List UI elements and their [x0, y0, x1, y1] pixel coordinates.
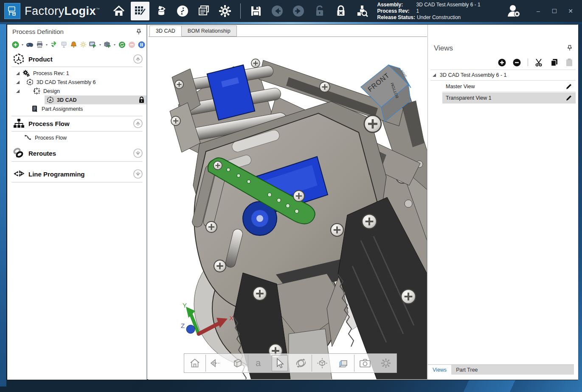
- section-line-programming[interactable]: Line Programming: [7, 167, 147, 181]
- print-caret-icon[interactable]: ▾: [46, 43, 48, 47]
- home-view-button[interactable]: [184, 354, 205, 372]
- tab-bom-relationship[interactable]: BOM Relationship: [181, 25, 237, 36]
- package-caret-icon[interactable]: ▾: [114, 43, 115, 47]
- back-button[interactable]: [268, 2, 287, 20]
- forward-button[interactable]: [289, 2, 308, 20]
- orbit-icon: [295, 357, 307, 369]
- unlock-icon: [314, 5, 326, 17]
- views-root-label: 3D CAD Test Assembly 6 - 1: [440, 72, 506, 78]
- edit-pencil-icon[interactable]: [565, 83, 572, 90]
- expander-icon[interactable]: [432, 73, 436, 77]
- copy-icon: [550, 58, 559, 67]
- tree-item-process-flow[interactable]: Process Flow: [24, 133, 67, 142]
- alerts-icon[interactable]: [70, 41, 77, 48]
- settings-dim-icon[interactable]: [79, 41, 87, 48]
- home-button[interactable]: [110, 2, 128, 20]
- save-button[interactable]: [247, 2, 265, 20]
- collapse-up-icon[interactable]: [133, 54, 143, 64]
- tab-views[interactable]: Views: [428, 365, 451, 375]
- find-icon[interactable]: [26, 41, 34, 48]
- settings-button[interactable]: [216, 2, 234, 20]
- collapse-up-icon[interactable]: [133, 118, 143, 129]
- unlock-button[interactable]: [310, 2, 329, 20]
- cut-icon: [535, 59, 543, 67]
- expand-down-icon[interactable]: [133, 148, 143, 158]
- analyze-button[interactable]: [353, 2, 371, 20]
- view-row-transparent[interactable]: Transparent View 1: [442, 92, 576, 104]
- copy-button[interactable]: [550, 58, 559, 67]
- expander-icon[interactable]: [16, 71, 20, 76]
- tree-item-part-assignments[interactable]: Part Assignments: [31, 104, 83, 113]
- reroutes-icon: [12, 147, 25, 159]
- tab-label: Part Tree: [456, 367, 478, 373]
- package-icon[interactable]: [104, 41, 111, 48]
- expander-icon[interactable]: [16, 89, 20, 93]
- tab-part-tree[interactable]: Part Tree: [451, 365, 482, 375]
- tab-3d-cad[interactable]: 3D CAD: [149, 25, 182, 36]
- pin-icon[interactable]: [136, 29, 141, 35]
- exchange-button[interactable]: [173, 2, 192, 20]
- print-icon[interactable]: [36, 41, 43, 48]
- feeder-icon: [155, 5, 168, 17]
- process-design-button[interactable]: [131, 2, 149, 20]
- lock-x-icon: [335, 5, 347, 17]
- brand-light: Factory: [25, 5, 65, 17]
- refresh-icon[interactable]: [118, 41, 126, 48]
- back-icon: [270, 4, 284, 18]
- paste-button[interactable]: [565, 58, 573, 67]
- add-caret-icon[interactable]: ▾: [22, 43, 23, 47]
- orbit-button[interactable]: [290, 354, 312, 372]
- close-button[interactable]: ✕: [563, 5, 578, 17]
- sync-parts-icon[interactable]: [50, 41, 58, 48]
- viewport-settings-button[interactable]: [375, 354, 396, 372]
- line-programming-icon: [12, 168, 25, 180]
- section-process-flow[interactable]: Process Flow: [7, 116, 147, 131]
- reports-button[interactable]: [194, 2, 213, 20]
- section-reroutes[interactable]: Reroutes: [7, 146, 147, 160]
- user-logout-button[interactable]: [505, 2, 523, 20]
- tree-item-label: Part Assignments: [42, 106, 83, 112]
- minimize-button[interactable]: –: [531, 5, 545, 17]
- labels-button[interactable]: a: [248, 354, 270, 372]
- deploy-icon[interactable]: [89, 41, 97, 48]
- flow-path-icon: [24, 134, 32, 142]
- sign-icon[interactable]: [60, 41, 67, 48]
- tree-item-3d-cad[interactable]: 3D CAD: [45, 95, 146, 104]
- snapshot-button[interactable]: [354, 354, 376, 372]
- document-tabs: 3D CAD BOM Relationship: [149, 25, 236, 36]
- views-tree-root[interactable]: 3D CAD Test Assembly 6 - 1: [430, 70, 576, 81]
- expander-icon[interactable]: [16, 80, 20, 84]
- maximize-button[interactable]: ☐: [547, 5, 562, 17]
- add-view-button[interactable]: [498, 59, 506, 67]
- explode-button[interactable]: [312, 354, 333, 372]
- select-cursor-button[interactable]: [269, 354, 290, 372]
- divider: [11, 182, 142, 182]
- lock-cancel-button[interactable]: [332, 2, 350, 20]
- process-definition-panel: Process Definition ▾ ▾ ▾ ▾ Product: [7, 25, 147, 380]
- view-direction-button[interactable]: [206, 354, 227, 372]
- deploy-caret-icon[interactable]: ▾: [99, 43, 101, 47]
- tree-item-label: 3D CAD Test Assembly 6: [37, 79, 96, 85]
- section-button[interactable]: [333, 354, 354, 372]
- user-icon: [506, 4, 522, 18]
- tree-item-process-rev[interactable]: Process Rev: 1: [16, 69, 69, 78]
- add-icon[interactable]: [11, 41, 19, 48]
- panel-toolbar: ▾ ▾ ▾ ▾: [11, 40, 145, 49]
- expand-down-icon[interactable]: [133, 169, 143, 179]
- pause-icon[interactable]: [138, 41, 145, 48]
- stop-icon[interactable]: [128, 41, 135, 48]
- pin-icon[interactable]: [567, 45, 572, 51]
- remove-view-button[interactable]: [513, 59, 521, 67]
- isometric-button[interactable]: [227, 354, 248, 372]
- cut-button[interactable]: [535, 59, 543, 67]
- content-area: Process Definition ▾ ▾ ▾ ▾ Product: [6, 24, 578, 380]
- 3d-viewport[interactable]: FRONT BOTTOM RIGHT Y X Z: [149, 36, 427, 379]
- views-toolbar: [498, 58, 573, 67]
- feeders-button[interactable]: [152, 2, 171, 20]
- section-product[interactable]: Product: [7, 52, 147, 66]
- tree-item-assembly[interactable]: 3D CAD Test Assembly 6: [16, 78, 96, 87]
- product-cube-icon: [12, 53, 25, 65]
- view-row-master[interactable]: Master View: [442, 81, 576, 92]
- edit-pencil-icon[interactable]: [565, 95, 572, 101]
- tree-item-design[interactable]: Design: [16, 87, 60, 95]
